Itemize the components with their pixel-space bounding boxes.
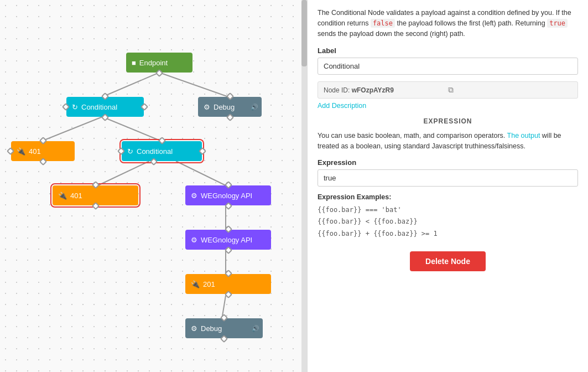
svg-line-4: [98, 161, 149, 185]
node-id-value: wFOzpAYzR9: [352, 86, 394, 94]
401b-icon: 🔌: [58, 192, 67, 200]
node-id-row: Node ID: wFOzpAYzR9 ⧉: [318, 81, 578, 99]
add-description-link[interactable]: Add Description: [318, 102, 578, 110]
node-debug1[interactable]: ⚙ Debug 🔊: [198, 97, 262, 117]
expression-input[interactable]: [318, 169, 578, 187]
node-wegnology2[interactable]: ⚙ WEGnology API: [185, 230, 271, 250]
example-1: {{foo.bar}} === 'bat': [318, 204, 578, 216]
example-3: {{foo.bar}} + {{foo.baz}} >= 1: [318, 228, 578, 240]
conditional1-port-right[interactable]: [141, 103, 148, 111]
conditional2-port-bottom[interactable]: [150, 158, 158, 166]
false-keyword: false: [371, 19, 395, 28]
expression-section-title: EXPRESSION: [318, 117, 578, 125]
debug2-icon: ⚙: [191, 324, 197, 333]
debug2-speaker-icon: 🔊: [252, 325, 259, 332]
svg-line-5: [176, 161, 226, 185]
debug1-port-bottom[interactable]: [226, 113, 233, 121]
401b-port-top[interactable]: [91, 181, 99, 189]
node-401a[interactable]: 🔌 401: [11, 141, 75, 161]
expression-output-link[interactable]: The output: [507, 132, 540, 140]
node-201[interactable]: 🔌 201: [185, 274, 271, 294]
delete-node-button[interactable]: Delete Node: [410, 251, 486, 271]
401a-port-top[interactable]: [39, 137, 46, 144]
wegnology2-icon: ⚙: [191, 236, 197, 244]
401a-icon: 🔌: [17, 147, 25, 156]
401a-port-left[interactable]: [7, 147, 14, 155]
svg-line-1: [159, 73, 228, 97]
conditional1-port-left[interactable]: [62, 103, 70, 111]
panel-description: The Conditional Node validates a payload…: [318, 8, 578, 39]
node-id-text: Node ID: wFOzpAYzR9: [324, 86, 448, 94]
wegnology1-port-top[interactable]: [224, 181, 232, 189]
true-keyword: true: [547, 19, 568, 28]
debug2-port-top[interactable]: [220, 314, 228, 322]
svg-line-3: [102, 117, 162, 141]
endpoint-icon: ■: [132, 59, 136, 67]
example-2: {{foo.bar}} < {{foo.baz}}: [318, 216, 578, 228]
201-label: 201: [203, 280, 215, 288]
401a-port-bottom[interactable]: [39, 158, 46, 166]
expression-field-label: Expression: [318, 158, 578, 167]
wegnology1-icon: ⚙: [191, 192, 197, 200]
conditional2-port-top[interactable]: [158, 137, 165, 144]
conditional2-port-right[interactable]: [199, 147, 206, 155]
wegnology2-port-top[interactable]: [224, 225, 232, 233]
node-wegnology1[interactable]: ⚙ WEGnology API: [185, 185, 271, 205]
node-401b[interactable]: 🔌 401: [53, 185, 138, 205]
wegnology2-port-bottom[interactable]: [224, 246, 232, 254]
node-debug2[interactable]: ⚙ Debug 🔊: [185, 318, 263, 338]
debug2-label: Debug: [201, 324, 222, 333]
node-conditional1[interactable]: ↻ Conditional: [66, 97, 144, 117]
copy-icon[interactable]: ⧉: [448, 85, 573, 95]
debug1-label: Debug: [214, 103, 235, 111]
conditional2-port-left[interactable]: [117, 147, 125, 155]
conditional2-icon: ↻: [127, 147, 133, 156]
scrollbar-thumb[interactable]: [301, 0, 307, 66]
conditional1-label: Conditional: [81, 103, 117, 111]
conditional1-icon: ↻: [72, 103, 78, 111]
debug1-port-top[interactable]: [226, 92, 233, 100]
canvas-scrollbar[interactable]: [301, 0, 307, 372]
right-panel: The Conditional Node validates a payload…: [307, 0, 588, 372]
401a-label: 401: [29, 147, 41, 156]
conditional2-label: Conditional: [137, 147, 173, 156]
debug1-speaker-icon: 🔊: [251, 104, 258, 111]
201-port-bottom[interactable]: [224, 291, 232, 298]
node-conditional2[interactable]: ↻ Conditional: [122, 141, 202, 161]
debug1-icon: ⚙: [204, 103, 210, 111]
conditional1-port-bottom[interactable]: [101, 113, 109, 121]
svg-line-2: [41, 117, 102, 141]
201-icon: 🔌: [191, 280, 200, 288]
wegnology2-label: WEGnology API: [201, 236, 252, 244]
endpoint-port-bottom[interactable]: [155, 69, 163, 77]
201-port-top[interactable]: [224, 270, 232, 277]
svg-line-0: [102, 73, 159, 97]
endpoint-label: Endpoint: [139, 59, 168, 67]
expression-examples-list: {{foo.bar}} === 'bat' {{foo.bar}} < {{fo…: [318, 204, 578, 240]
examples-title: Expression Examples:: [318, 193, 578, 201]
401b-port-bottom[interactable]: [91, 202, 99, 210]
node-endpoint[interactable]: ■ Endpoint: [126, 53, 192, 73]
label-input[interactable]: [318, 58, 578, 75]
debug2-port-bottom[interactable]: [220, 335, 228, 343]
expression-description: You can use basic boolean, math, and com…: [318, 131, 578, 152]
401b-label: 401: [70, 192, 82, 200]
wegnology1-port-bottom[interactable]: [224, 202, 232, 210]
flow-canvas[interactable]: ■ Endpoint ↻ Conditional ⚙ Debug 🔊 🔌 401…: [0, 0, 307, 372]
wegnology1-label: WEGnology API: [201, 192, 252, 200]
conditional1-port-top[interactable]: [101, 92, 109, 100]
label-field-label: Label: [318, 46, 578, 55]
